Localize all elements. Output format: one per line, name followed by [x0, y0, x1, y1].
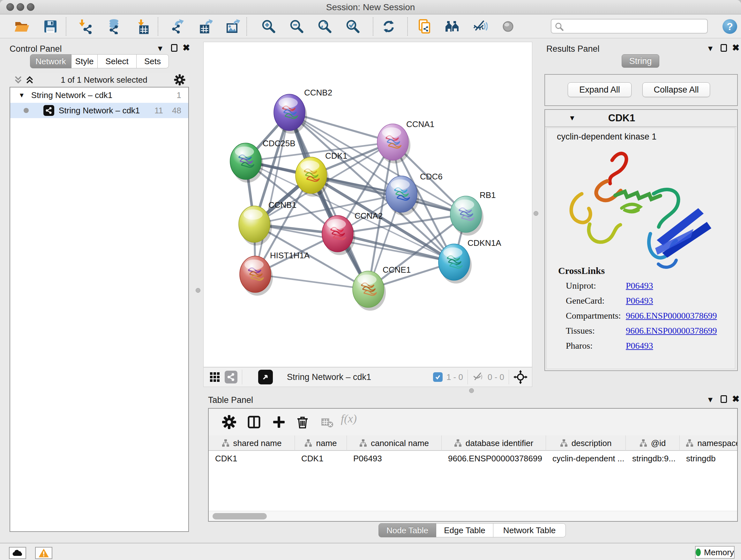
table-panel-menu-icon[interactable]: ▼	[706, 396, 714, 403]
table-panel-float-icon[interactable]	[721, 395, 727, 403]
home-icon[interactable]	[445, 19, 460, 34]
export-network-icon[interactable]	[170, 19, 185, 34]
table-cell[interactable]: cyclin-dependent ...	[546, 454, 626, 463]
zoom-selected-icon[interactable]	[345, 19, 360, 34]
network-edge-CCNB2-HIST1H1A[interactable]	[255, 112, 289, 274]
tab-network-table[interactable]: Network Table	[493, 523, 566, 537]
network-share-icon[interactable]	[225, 371, 238, 383]
table-cell[interactable]: stringdb:9...	[626, 454, 680, 463]
zoom-in-icon[interactable]	[261, 19, 276, 34]
column-header-namespace[interactable]: namespace	[680, 435, 738, 451]
cloud-button[interactable]	[9, 547, 26, 559]
warning-button[interactable]	[35, 547, 52, 559]
scrollbar-thumb[interactable]	[212, 513, 267, 519]
show-columns-icon[interactable]	[246, 415, 262, 430]
results-tab-string[interactable]: String	[622, 54, 659, 68]
collapse-all-button[interactable]: Collapse All	[643, 82, 710, 97]
zoom-fit-icon[interactable]	[317, 19, 333, 34]
column-header-id[interactable]: @id	[626, 435, 680, 451]
memory-button[interactable]: Memory	[695, 546, 735, 559]
help-icon[interactable]: ?	[723, 19, 737, 34]
crosslink-link[interactable]: 9606.ENSP00000378699	[626, 326, 717, 336]
table-options-gear-icon[interactable]	[221, 415, 237, 430]
delete-table-icon[interactable]	[320, 416, 334, 430]
network-node-CDC6[interactable]: CDC6	[386, 172, 443, 215]
column-header-databaseidentifier[interactable]: database identifier	[442, 435, 546, 451]
import-database-icon[interactable]	[105, 19, 121, 34]
gene-collapse-icon[interactable]: ▼	[569, 114, 576, 122]
network-node-CCNA2[interactable]: CCNA2	[322, 211, 383, 255]
delete-column-trash-icon[interactable]	[295, 415, 310, 430]
memory-status-dot	[696, 549, 701, 556]
selected-checkbox-icon[interactable]	[433, 372, 443, 382]
pan-crosshair-icon[interactable]	[514, 370, 528, 384]
control-panel-float-icon[interactable]	[171, 44, 178, 52]
function-builder-icon[interactable]: f(x)	[341, 412, 369, 427]
table-cell[interactable]: CDK1	[295, 454, 347, 463]
right-splitter-handle[interactable]	[534, 211, 538, 216]
tab-select[interactable]: Select	[98, 54, 137, 68]
tab-network[interactable]: Network	[30, 54, 71, 68]
tab-sets[interactable]: Sets	[137, 54, 169, 68]
column-header-description[interactable]: description	[546, 435, 626, 451]
column-header-sharedname[interactable]: shared name	[209, 435, 295, 451]
show-eye-icon[interactable]	[500, 19, 516, 34]
network-row[interactable]: String Network – cdk1 11 48	[10, 103, 188, 118]
export-image-icon[interactable]	[225, 19, 240, 34]
crosslink-link[interactable]: 9606.ENSP00000378699	[626, 311, 717, 321]
grid-view-icon[interactable]	[209, 372, 220, 382]
birds-eye-view-icon[interactable]	[258, 370, 273, 384]
network-options-gear-icon[interactable]	[174, 74, 186, 86]
network-node-RB1[interactable]: RB1	[450, 190, 496, 236]
network-node-CDKN1A[interactable]: CDKN1A	[439, 238, 501, 284]
table-cell[interactable]: 9606.ENSP00000378699	[442, 454, 546, 463]
tab-edge-table[interactable]: Edge Table	[436, 523, 493, 537]
import-network-icon[interactable]	[78, 19, 94, 34]
left-splitter-handle[interactable]	[196, 288, 200, 293]
refresh-icon[interactable]	[381, 19, 396, 34]
copy-network-icon[interactable]	[417, 19, 432, 34]
control-panel-close-icon[interactable]: ✖	[183, 44, 190, 52]
column-header-canonicalname[interactable]: canonical name	[347, 435, 442, 451]
control-panel-menu-icon[interactable]: ▼	[156, 45, 164, 52]
add-column-icon[interactable]	[271, 415, 286, 430]
table-cell[interactable]: P06493	[347, 454, 442, 463]
results-panel-close-icon[interactable]: ✖	[732, 44, 739, 52]
network-node-CDC25B[interactable]: CDC25B	[230, 138, 295, 183]
tab-style[interactable]: Style	[71, 54, 98, 68]
network-node-CCNA1[interactable]: CCNA1	[377, 119, 434, 164]
results-panel-float-icon[interactable]	[721, 44, 727, 52]
table-panel-close-icon[interactable]: ✖	[732, 395, 739, 403]
hide-eye-icon[interactable]	[472, 19, 488, 34]
import-table-icon[interactable]	[135, 19, 151, 34]
collapse-all-tree-icon[interactable]	[25, 75, 35, 84]
crosslink-link[interactable]: P06493	[626, 281, 653, 291]
search-box[interactable]	[551, 19, 708, 34]
network-collection-row[interactable]: ▼ String Network – cdk1 1	[10, 87, 188, 103]
title-bar[interactable]: Session: New Session	[0, 0, 741, 14]
search-input[interactable]	[568, 21, 702, 32]
save-session-icon[interactable]	[43, 19, 58, 34]
zoom-out-icon[interactable]	[289, 19, 305, 34]
results-panel-menu-icon[interactable]: ▼	[706, 45, 714, 52]
expand-all-tree-icon[interactable]	[13, 75, 23, 84]
expand-all-button[interactable]: Expand All	[568, 82, 631, 97]
table-row[interactable]: CDK1CDK1P064939606.ENSP00000378699cyclin…	[209, 451, 737, 465]
crosslink-link[interactable]: P06493	[626, 296, 653, 306]
table-cell[interactable]: stringdb	[680, 454, 738, 463]
collection-collapse-icon[interactable]: ▼	[18, 91, 25, 99]
network-node-CCNB2[interactable]: CCNB2	[274, 88, 332, 134]
gene-section-header[interactable]: ▼ CDK1	[545, 110, 737, 127]
crosslink-link[interactable]: P06493	[626, 341, 653, 351]
table-horizontal-scrollbar[interactable]	[209, 511, 737, 521]
network-canvas[interactable]: CCNB2CCNA1CDC25BCDK1CDC6RB1CCNB1CCNA2CDK…	[203, 42, 532, 367]
tab-node-table[interactable]: Node Table	[379, 523, 436, 537]
table-cell[interactable]: CDK1	[209, 454, 295, 463]
export-table-icon[interactable]	[197, 19, 212, 34]
column-header-name[interactable]: name	[295, 435, 347, 451]
network-node-HIST1H1A[interactable]: HIST1H1A	[240, 251, 310, 296]
gene-title: CDK1	[608, 112, 635, 124]
open-session-icon[interactable]	[14, 19, 29, 34]
network-node-CCNB1[interactable]: CCNB1	[239, 200, 296, 246]
horizontal-splitter-handle[interactable]	[469, 388, 474, 393]
